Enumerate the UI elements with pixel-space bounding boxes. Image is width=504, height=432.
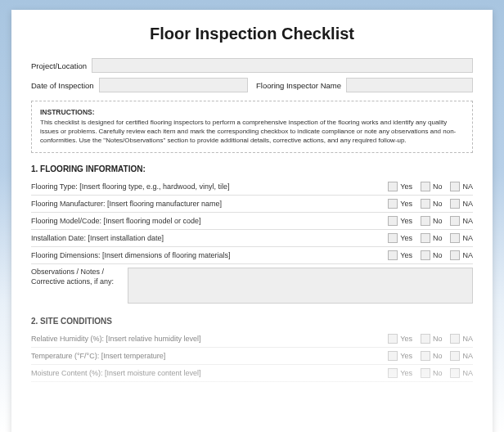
- notes-input[interactable]: [128, 268, 473, 304]
- check-yes-label: Yes: [400, 335, 412, 343]
- checklist-row: Installation Date: [Insert installation …: [31, 230, 473, 247]
- check-group: Yes No NA: [388, 216, 473, 226]
- checkbox-yes[interactable]: [388, 233, 398, 243]
- checkbox-no[interactable]: [421, 368, 430, 378]
- check-yes-label: Yes: [400, 200, 412, 208]
- checkbox-na[interactable]: [450, 182, 460, 191]
- checkbox-yes[interactable]: [388, 250, 398, 260]
- check-no-label: No: [433, 234, 443, 242]
- check-group: Yes No NA: [388, 351, 473, 361]
- check-no-label: No: [433, 217, 443, 225]
- checkbox-yes[interactable]: [388, 368, 398, 378]
- project-location-label: Project/Location: [31, 61, 87, 70]
- checkbox-na[interactable]: [450, 216, 460, 226]
- page-title: Floor Inspection Checklist: [31, 25, 473, 43]
- checklist-label: Flooring Dimensions: [Insert dimensions …: [31, 251, 388, 259]
- date-of-inspection-input[interactable]: [99, 78, 248, 92]
- checklist-label: Relative Humidity (%): [Insert relative …: [31, 335, 388, 343]
- check-group: Yes No NA: [388, 250, 473, 260]
- check-na-label: NA: [462, 335, 473, 343]
- project-location-row: Project/Location: [31, 58, 473, 73]
- check-no-label: No: [433, 369, 443, 377]
- checkbox-no[interactable]: [421, 334, 430, 344]
- check-yes-label: Yes: [400, 251, 412, 259]
- checkbox-na[interactable]: [450, 334, 460, 344]
- checkbox-na[interactable]: [450, 199, 460, 209]
- checkbox-na[interactable]: [450, 233, 460, 243]
- check-na-label: NA: [462, 234, 473, 242]
- check-group: Yes No NA: [388, 233, 473, 243]
- inspector-name-input[interactable]: [346, 78, 473, 92]
- inspector-name-label: Flooring Inspector Name: [256, 81, 341, 90]
- check-yes-label: Yes: [400, 182, 412, 191]
- check-group: Yes No NA: [388, 368, 473, 378]
- check-no-label: No: [433, 200, 443, 208]
- checkbox-yes[interactable]: [388, 199, 398, 209]
- instructions-box: INSTRUCTIONS: This checklist is designed…: [31, 101, 473, 153]
- instructions-body: This checklist is designed for certified…: [40, 119, 464, 145]
- checklist-label: Flooring Type: [Insert flooring type, e.…: [31, 182, 388, 191]
- check-no-label: No: [433, 251, 443, 259]
- notes-label: Observations / Notes / Corrective action…: [31, 268, 121, 304]
- check-group: Yes No NA: [388, 199, 473, 209]
- check-na-label: NA: [462, 251, 473, 259]
- checkbox-yes[interactable]: [388, 334, 398, 344]
- check-yes-label: Yes: [400, 369, 412, 377]
- section-2-heading: 2. SITE CONDITIONS: [31, 317, 473, 326]
- section-1: 1. FLOORING INFORMATION: Flooring Type: …: [31, 164, 473, 304]
- checkbox-no[interactable]: [421, 216, 430, 226]
- check-group: Yes No NA: [388, 182, 473, 191]
- checkbox-yes[interactable]: [388, 182, 398, 191]
- checkbox-no[interactable]: [421, 199, 430, 209]
- checkbox-no[interactable]: [421, 351, 430, 361]
- notes-row: Observations / Notes / Corrective action…: [31, 268, 473, 304]
- section-2: 2. SITE CONDITIONS Relative Humidity (%)…: [31, 317, 473, 382]
- date-inspector-row: Date of Inspection Flooring Inspector Na…: [31, 78, 473, 92]
- checklist-label: Moisture Content (%): [Insert moisture c…: [31, 369, 388, 377]
- project-location-input[interactable]: [92, 58, 473, 73]
- instructions-heading: INSTRUCTIONS:: [40, 108, 464, 117]
- checkbox-na[interactable]: [450, 368, 460, 378]
- checklist-label: Flooring Model/Code: [Insert flooring mo…: [31, 217, 388, 225]
- check-no-label: No: [433, 352, 443, 360]
- checklist-row: Relative Humidity (%): [Insert relative …: [31, 331, 473, 348]
- checkbox-na[interactable]: [450, 351, 460, 361]
- checkbox-no[interactable]: [421, 250, 430, 260]
- checkbox-na[interactable]: [450, 250, 460, 260]
- date-of-inspection-label: Date of Inspection: [31, 81, 94, 90]
- checklist-row: Flooring Dimensions: [Insert dimensions …: [31, 247, 473, 264]
- section-1-heading: 1. FLOORING INFORMATION:: [31, 164, 473, 173]
- checklist-row: Moisture Content (%): [Insert moisture c…: [31, 365, 473, 382]
- check-yes-label: Yes: [400, 217, 412, 225]
- check-na-label: NA: [462, 217, 473, 225]
- document-page: Floor Inspection Checklist Project/Locat…: [11, 10, 493, 432]
- checklist-row: Flooring Model/Code: [Insert flooring mo…: [31, 213, 473, 230]
- checklist-label: Installation Date: [Insert installation …: [31, 234, 388, 242]
- check-na-label: NA: [462, 352, 473, 360]
- checklist-row: Temperature (°F/°C): [Insert temperature…: [31, 348, 473, 365]
- check-na-label: NA: [462, 200, 473, 208]
- checkbox-no[interactable]: [421, 182, 430, 191]
- checklist-row: Flooring Type: [Insert flooring type, e.…: [31, 178, 473, 196]
- checklist-label: Flooring Manufacturer: [Insert flooring …: [31, 200, 388, 208]
- checklist-label: Temperature (°F/°C): [Insert temperature…: [31, 352, 388, 360]
- check-yes-label: Yes: [400, 352, 412, 360]
- checkbox-no[interactable]: [421, 233, 430, 243]
- check-yes-label: Yes: [400, 234, 412, 242]
- checklist-row: Flooring Manufacturer: [Insert flooring …: [31, 196, 473, 213]
- checkbox-yes[interactable]: [388, 216, 398, 226]
- check-group: Yes No NA: [388, 334, 473, 344]
- checkbox-yes[interactable]: [388, 351, 398, 361]
- check-na-label: NA: [462, 182, 473, 191]
- check-na-label: NA: [462, 369, 473, 377]
- check-no-label: No: [433, 335, 443, 343]
- check-no-label: No: [433, 182, 443, 191]
